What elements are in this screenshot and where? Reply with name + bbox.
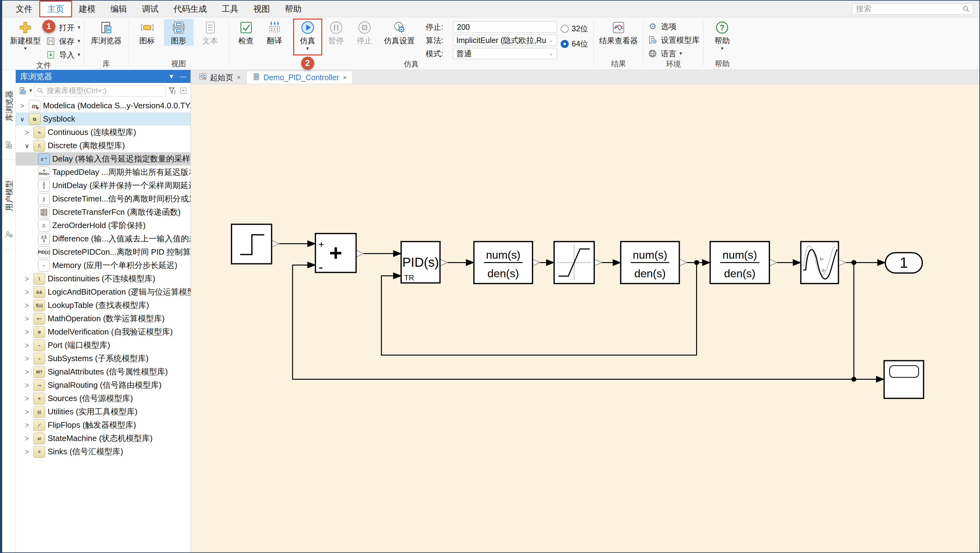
options-button[interactable]: ⚙ 选项 xyxy=(647,21,700,32)
view-graphic-button[interactable]: 图形 xyxy=(164,19,194,46)
save-button[interactable]: 保存 ▾ xyxy=(45,35,80,47)
transfer-fcn-block[interactable]: num(s) den(s) xyxy=(620,242,679,284)
tree-item[interactable]: >∿Continuous (连续模型库) xyxy=(16,126,191,139)
step-block[interactable] xyxy=(232,224,272,264)
set-model-library-button[interactable]: 设置模型库 xyxy=(647,34,700,46)
tree-chevron-icon[interactable]: > xyxy=(23,128,31,137)
tree-chevron-icon[interactable]: ∨ xyxy=(18,115,26,123)
tree-item[interactable]: ∨⎍Discrete (离散模型库) xyxy=(16,139,191,152)
transfer-fcn-block[interactable]: num(s) den(s) xyxy=(710,242,769,284)
library-filter-mode-icon[interactable] xyxy=(18,85,27,96)
library-search-input[interactable] xyxy=(46,86,163,95)
import-button[interactable]: 导入 ▾ xyxy=(45,49,80,61)
tree-chevron-icon[interactable]: > xyxy=(23,408,31,416)
result-viewer-button[interactable]: 结果查看器 xyxy=(597,19,640,46)
tree-chevron-icon[interactable]: > xyxy=(23,448,31,456)
tab-close-icon[interactable]: × xyxy=(343,74,347,82)
stop-button[interactable]: 停止 xyxy=(351,19,378,46)
tree-chevron-icon[interactable]: > xyxy=(23,328,31,336)
translate-button[interactable]: 翻译 xyxy=(261,19,288,46)
check-button[interactable]: 检查 xyxy=(233,19,259,46)
tree-chevron-icon[interactable]: > xyxy=(23,434,31,443)
menu-item[interactable]: 工具 xyxy=(214,1,246,17)
language-button[interactable]: 语言 ▾ xyxy=(647,48,700,59)
menu-item[interactable]: 建模 xyxy=(72,1,103,17)
tree-chevron-icon[interactable]: > xyxy=(23,341,31,350)
tree-item[interactable]: 4DelaysTappedDelay ...周期并输出所有延迟版本) xyxy=(16,166,191,179)
global-search-input[interactable] xyxy=(855,4,960,14)
tree-item[interactable]: >⇄StateMachine (状态机模型库) xyxy=(16,432,191,445)
menu-item[interactable]: 文件 xyxy=(8,1,40,17)
view-icon-button[interactable]: 图标 xyxy=(132,19,162,46)
pause-button[interactable]: 暂停 xyxy=(323,19,350,46)
tree-chevron-icon[interactable]: > xyxy=(23,381,31,390)
menu-item[interactable]: 代码生成 xyxy=(166,1,214,17)
scope-block[interactable] xyxy=(884,361,924,398)
mode-dropdown[interactable]: 普通 ⌄ xyxy=(453,48,557,59)
side-tab[interactable]: 库浏览器 xyxy=(2,70,16,160)
tree-item[interactable]: ⌐Memory (应用一个单积分步长延迟) xyxy=(16,259,191,272)
stop-time-input[interactable] xyxy=(457,22,554,32)
menu-item[interactable]: 视图 xyxy=(246,1,277,17)
tree-item[interactable]: ∨⧉Sysblock xyxy=(16,112,191,126)
radio-64bit[interactable]: 64位 xyxy=(561,39,588,49)
pid-block[interactable]: PID(s) TR xyxy=(401,242,440,283)
help-button[interactable]: ? 帮助 ▾ xyxy=(707,19,737,51)
menu-item[interactable]: 主页 xyxy=(40,1,72,17)
library-browser-button[interactable]: 库浏览器 xyxy=(88,19,125,46)
tree-item[interactable]: ∫DiscreteTimeI...信号的离散时间积分或累积) xyxy=(16,192,191,206)
panel-menu-icon[interactable]: ▼ xyxy=(168,73,174,80)
tree-chevron-icon[interactable]: ∨ xyxy=(23,142,31,150)
tree-item[interactable]: 1zUnitDelay (采样并保持一个采样周期延迟) xyxy=(16,179,191,192)
output-port-block[interactable]: 1 xyxy=(885,253,923,273)
menu-item[interactable]: 调试 xyxy=(135,1,166,17)
algorithm-dropdown[interactable]: ImplicitEuler (隐式欧拉,Ru ⌄ xyxy=(453,35,557,46)
tree-item[interactable]: >&&LogicAndBitOperation (逻辑与位运算模型库) xyxy=(16,285,191,299)
tree-item[interactable]: n(z)d(z)DiscreteTransferFcn (离散传递函数) xyxy=(16,206,191,219)
tree-item[interactable]: >⌁Port (端口模型库) xyxy=(16,339,191,352)
tree-chevron-icon[interactable]: > xyxy=(23,368,31,376)
tree-chevron-icon[interactable]: > xyxy=(23,301,31,310)
tree-item[interactable]: z-1zDifference (输...入值减去上一输入值的差值) xyxy=(16,232,191,245)
tree-item[interactable]: >⌇Discontinuities (不连续模型库) xyxy=(16,272,191,285)
tree-chevron-icon[interactable]: > xyxy=(23,421,31,430)
library-search-box[interactable] xyxy=(34,85,166,97)
view-text-button[interactable]: 文本 xyxy=(196,19,225,46)
run-simulation-button[interactable]: 仿真 ▾ 2 xyxy=(294,19,321,51)
tree-item[interactable]: >f(u)LookupTable (查找表模型库) xyxy=(16,299,191,312)
stop-time-field[interactable] xyxy=(453,21,557,32)
open-button[interactable]: 1 打开 ▾ xyxy=(45,22,80,33)
sine-block[interactable] xyxy=(801,242,839,284)
tree-item[interactable]: >M?SignalAttributes (信号属性模型库) xyxy=(16,365,191,378)
document-tab[interactable]: 起始页× xyxy=(193,71,247,84)
transfer-fcn-block[interactable]: num(s) den(s) xyxy=(474,242,532,284)
tree-item[interactable]: >✳Sinks (信号汇模型库) xyxy=(16,445,191,458)
tree-item[interactable]: >+−MathOperation (数学运算模型库) xyxy=(16,312,191,325)
tree-item[interactable]: >⤳SignalRouting (信号路由模型库) xyxy=(16,378,191,392)
panel-minimize-icon[interactable]: — xyxy=(180,73,186,80)
tree-item[interactable]: >⌁SubSystems (子系统模型库) xyxy=(16,352,191,365)
tree-item[interactable]: ⎍ZeroOrderHold (零阶保持) xyxy=(16,219,191,232)
tree-chevron-icon[interactable]: > xyxy=(18,102,26,110)
global-search-box[interactable] xyxy=(852,3,973,14)
tree-item[interactable]: >⊗ModelVerification (自我验证模型库) xyxy=(16,325,191,339)
tree-chevron-icon[interactable]: > xyxy=(23,354,31,363)
tree-item[interactable]: PID(z)DiscretePIDCon...离散时间 PID 控制算法) xyxy=(16,245,191,259)
tree-item[interactable]: >▤Utilities (实用工具模型库) xyxy=(16,405,191,418)
model-canvas[interactable]: + + - PID(s) TR num(s) xyxy=(191,84,979,552)
saturation-block[interactable] xyxy=(554,242,594,284)
tree-item[interactable]: >✳Sources (信号源模型库) xyxy=(16,392,191,405)
tree-item[interactable]: >⟋FlipFlops (触发器模型库) xyxy=(16,418,191,432)
tree-chevron-icon[interactable]: > xyxy=(23,274,31,283)
collapse-all-icon[interactable] xyxy=(179,85,188,96)
side-tab[interactable]: 用户模型 xyxy=(2,160,16,249)
menu-item[interactable]: 帮助 xyxy=(277,1,309,17)
tab-close-icon[interactable]: × xyxy=(237,73,241,81)
tree-chevron-icon[interactable]: > xyxy=(23,314,31,323)
tree-item[interactable]: >mModelica (Modelica S...y-Version4.0.0.… xyxy=(16,99,191,112)
menu-item[interactable]: 编辑 xyxy=(103,1,135,17)
radio-32bit[interactable]: 32位 xyxy=(561,24,588,34)
simulation-settings-button[interactable]: 仿真设置 xyxy=(380,19,419,46)
filter-icon[interactable] xyxy=(168,85,177,96)
tree-chevron-icon[interactable]: > xyxy=(23,394,31,403)
